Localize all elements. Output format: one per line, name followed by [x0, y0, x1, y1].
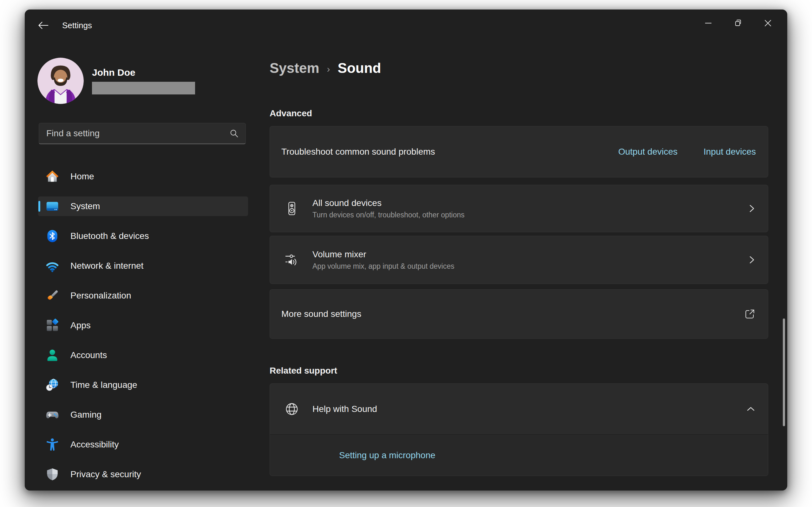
chevron-right-icon — [748, 255, 756, 265]
sidebar-item-label: Time & language — [70, 380, 137, 390]
sidebar-item-system[interactable]: System — [38, 196, 248, 216]
close-icon — [764, 19, 772, 27]
sidebar-item-label: System — [70, 201, 100, 211]
help-with-sound-row[interactable]: Help with Sound — [270, 384, 768, 435]
volume-mixer-title: Volume mixer — [312, 249, 454, 260]
titlebar: Settings — [25, 9, 787, 41]
globe-icon — [284, 401, 300, 417]
breadcrumb: System › Sound — [270, 60, 381, 76]
sidebar-item-accessibility[interactable]: Accessibility — [38, 435, 248, 454]
all-sound-devices-row[interactable]: All sound devices Turn devices on/off, t… — [270, 185, 768, 232]
network-icon — [45, 259, 60, 273]
sidebar-item-label: Network & internet — [70, 261, 143, 271]
chevron-right-icon — [748, 204, 756, 214]
sidebar-nav: Home System Bluetooth & devices — [38, 167, 248, 491]
window-controls — [693, 9, 783, 37]
close-button[interactable] — [753, 9, 783, 37]
search-input[interactable] — [46, 128, 229, 138]
more-sound-settings-label: More sound settings — [281, 309, 361, 319]
accounts-icon — [45, 348, 60, 362]
sidebar-item-label: Apps — [70, 320, 91, 331]
sidebar-item-apps[interactable]: Apps — [38, 316, 248, 335]
output-devices-link[interactable]: Output devices — [618, 147, 677, 157]
speaker-icon — [284, 201, 300, 216]
sidebar-item-time-language[interactable]: Time & language — [38, 375, 248, 395]
help-with-sound-card: Help with Sound Setting up a microphone — [270, 383, 768, 476]
sidebar-item-privacy-security[interactable]: Privacy & security — [38, 464, 248, 484]
help-with-sound-title: Help with Sound — [312, 404, 377, 414]
page-title: Sound — [338, 60, 381, 76]
volume-mixer-row[interactable]: Volume mixer App volume mix, app input &… — [270, 236, 768, 284]
sidebar-item-label: Accessibility — [70, 440, 119, 450]
sidebar-item-accounts[interactable]: Accounts — [38, 345, 248, 365]
volume-mixer-subtitle: App volume mix, app input & output devic… — [312, 262, 454, 271]
selected-accent-bar — [38, 201, 40, 212]
accessibility-icon — [45, 437, 60, 452]
system-icon — [45, 199, 60, 214]
user-profile[interactable]: John Doe — [38, 58, 195, 104]
restore-icon — [734, 19, 742, 27]
breadcrumb-system[interactable]: System — [270, 60, 319, 76]
sidebar-item-label: Privacy & security — [70, 469, 141, 480]
back-arrow-icon — [38, 21, 49, 30]
sidebar-item-bluetooth-devices[interactable]: Bluetooth & devices — [38, 226, 248, 246]
user-email-redacted — [92, 82, 195, 95]
avatar — [38, 58, 84, 104]
gaming-icon — [45, 407, 60, 422]
troubleshoot-card: Troubleshoot common sound problems Outpu… — [270, 126, 768, 177]
sidebar-item-network-internet[interactable]: Network & internet — [38, 256, 248, 276]
shield-icon — [45, 467, 60, 482]
settings-window: Settings — [25, 9, 787, 491]
personalization-icon — [45, 288, 60, 303]
time-language-icon — [45, 378, 60, 392]
search-box — [39, 123, 246, 144]
sidebar-item-label: Bluetooth & devices — [70, 231, 149, 241]
home-icon — [45, 169, 60, 184]
minimize-button[interactable] — [693, 9, 723, 37]
sidebar-item-personalization[interactable]: Personalization — [38, 286, 248, 305]
setting-up-microphone-link[interactable]: Setting up a microphone — [339, 450, 436, 460]
app-title: Settings — [62, 20, 92, 31]
minimize-icon — [705, 19, 712, 27]
apps-icon — [45, 318, 60, 333]
sidebar-item-gaming[interactable]: Gaming — [38, 405, 248, 425]
bluetooth-icon — [45, 229, 60, 243]
sidebar-item-label: Accounts — [70, 350, 107, 360]
external-link-icon — [744, 308, 756, 320]
sidebar-item-label: Home — [70, 171, 94, 181]
more-sound-settings-row[interactable]: More sound settings — [270, 289, 768, 339]
troubleshoot-label: Troubleshoot common sound problems — [281, 147, 435, 157]
help-links-panel: Setting up a microphone — [270, 435, 768, 475]
search-icon — [229, 128, 239, 138]
user-name: John Doe — [92, 67, 195, 78]
related-support-heading: Related support — [270, 366, 337, 376]
vertical-scrollbar[interactable] — [783, 319, 785, 426]
chevron-up-icon — [746, 405, 756, 413]
back-button[interactable] — [33, 17, 53, 34]
input-devices-link[interactable]: Input devices — [704, 147, 756, 157]
all-sound-devices-title: All sound devices — [312, 198, 464, 208]
mixer-icon — [284, 252, 300, 268]
advanced-heading: Advanced — [270, 108, 312, 118]
sidebar-item-home[interactable]: Home — [38, 167, 248, 186]
restore-button[interactable] — [723, 9, 753, 37]
all-sound-devices-subtitle: Turn devices on/off, troubleshoot, other… — [312, 211, 464, 219]
sidebar-item-label: Personalization — [70, 291, 131, 301]
sidebar-item-label: Gaming — [70, 410, 101, 420]
breadcrumb-separator-icon: › — [327, 64, 330, 74]
